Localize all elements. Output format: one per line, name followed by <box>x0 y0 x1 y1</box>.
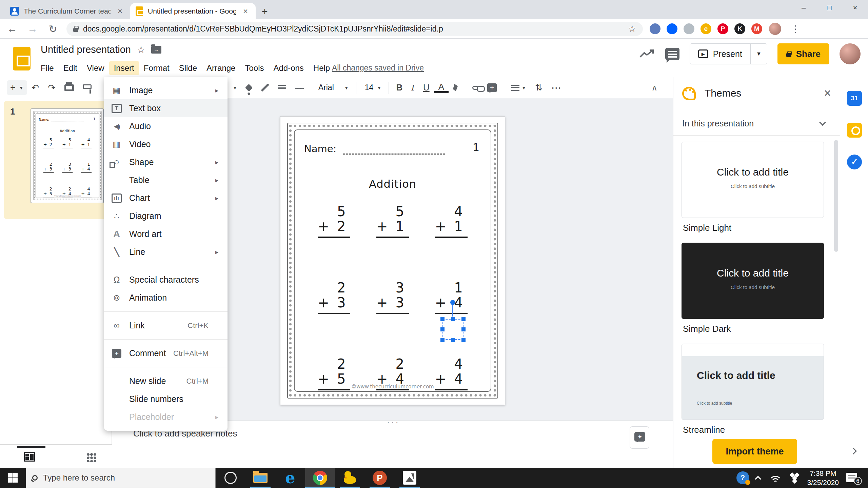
browser-profile-avatar[interactable] <box>769 23 781 35</box>
resize-handle[interactable] <box>440 338 445 342</box>
notes-resize-handle[interactable]: ··· <box>387 417 400 427</box>
keep-icon[interactable] <box>847 123 862 138</box>
menu-bar-item[interactable]: Insert <box>109 61 139 75</box>
extension-icon[interactable]: e <box>701 23 711 34</box>
paint-format-icon[interactable] <box>78 86 96 89</box>
addition-problem[interactable]: 4 +1 <box>435 204 468 245</box>
addition-problem[interactable]: 5 +1 <box>376 204 409 245</box>
move-to-folder-icon[interactable] <box>151 46 161 54</box>
present-dropdown-icon[interactable]: ▼ <box>750 44 767 64</box>
insert-menu-item[interactable]: ılı Chart ▸ <box>104 189 228 207</box>
save-status-link[interactable]: All changes saved in Drive <box>332 63 424 73</box>
resize-handle[interactable] <box>461 317 466 321</box>
import-theme-button[interactable]: Import theme <box>712 439 797 464</box>
underline-button[interactable]: U <box>419 82 434 93</box>
help-tray-icon[interactable]: ? <box>736 471 749 484</box>
italic-button[interactable]: I <box>407 83 419 93</box>
addition-problem[interactable]: 2 +3 <box>318 280 350 321</box>
taskbar-search-box[interactable]: Type here to search <box>26 468 216 488</box>
fill-color-icon[interactable] <box>242 85 256 90</box>
taskbar-clock[interactable]: 7:38 PM 3/25/2020 <box>807 469 839 487</box>
font-size-select[interactable]: 14▼ <box>359 83 386 92</box>
url-text[interactable]: docs.google.com/presentation/d/1CvReFSBb… <box>83 24 624 34</box>
menu-bar-item[interactable]: Tools <box>240 61 269 75</box>
insert-menu-item[interactable]: New slide Ctrl+M ▸ <box>104 372 228 390</box>
border-dash-icon[interactable] <box>291 86 308 89</box>
addition-problem[interactable]: 1 +4 <box>435 280 468 321</box>
close-themes-icon[interactable]: × <box>824 86 831 100</box>
extension-icon[interactable] <box>650 23 660 34</box>
border-weight-icon[interactable] <box>274 85 291 91</box>
powerpoint-button[interactable]: P <box>365 468 395 488</box>
photos-button[interactable] <box>395 468 425 488</box>
more-options-icon[interactable]: ⋯ <box>547 82 567 94</box>
start-button[interactable] <box>0 468 26 488</box>
highlight-color-icon[interactable] <box>449 84 462 92</box>
addition-problem[interactable]: 2 +4 <box>376 357 409 397</box>
addition-problem[interactable]: 4 +4 <box>81 186 92 200</box>
align-icon[interactable]: ▼ <box>507 85 531 91</box>
insert-menu-item[interactable]: ▦ Image ▸ <box>104 81 228 99</box>
insert-menu-item[interactable]: Placeholder ▸ <box>104 408 228 426</box>
addition-problem[interactable]: 4 +1 <box>81 137 92 150</box>
in-this-presentation-section[interactable]: In this presentation <box>673 111 840 136</box>
menu-bar-item[interactable]: Format <box>139 61 174 75</box>
insert-menu-item[interactable]: ∴ Diagram ▸ <box>104 207 228 225</box>
addition-problem[interactable]: 3 +3 <box>376 280 409 321</box>
insert-menu-item[interactable]: Table ▸ <box>104 171 228 189</box>
addition-problem[interactable]: 2 +5 <box>43 186 54 200</box>
user-avatar[interactable] <box>840 43 861 64</box>
wifi-icon[interactable] <box>769 472 782 483</box>
extension-icon[interactable] <box>684 23 694 34</box>
rotation-handle[interactable] <box>450 300 455 305</box>
extension-icon[interactable]: K <box>734 23 745 34</box>
redo-icon[interactable]: ↷ <box>43 82 60 93</box>
reload-icon[interactable]: ↻ <box>46 23 60 35</box>
extension-icon[interactable]: M <box>751 23 762 34</box>
collapse-side-rail-icon[interactable] <box>850 448 857 454</box>
addition-problem[interactable]: 1 +4 <box>81 162 92 175</box>
resize-handle[interactable] <box>461 327 466 332</box>
menu-bar-item[interactable]: Arrange <box>202 61 240 75</box>
activity-dashboard-icon[interactable] <box>639 49 655 59</box>
insert-menu-item[interactable]: T Text box ▸ <box>104 99 228 117</box>
insert-menu-item[interactable]: ▸ <box>104 367 228 367</box>
selected-text-box[interactable] <box>442 319 463 340</box>
resize-handle[interactable] <box>440 327 445 332</box>
themes-scrollbar[interactable] <box>834 140 838 252</box>
maximize-button[interactable]: □ <box>816 0 842 16</box>
menu-bar-item[interactable]: Add-ons <box>269 61 308 75</box>
comment-history-icon[interactable] <box>665 48 679 60</box>
line-spacing-icon[interactable]: ⇅ <box>531 82 547 93</box>
insert-menu-item[interactable]: ▸ <box>104 266 228 266</box>
text-color-button[interactable]: A <box>434 82 449 93</box>
explore-button[interactable]: ✦ <box>630 426 649 449</box>
document-title[interactable]: Untitled presentation <box>41 44 131 55</box>
grid-view-icon[interactable] <box>86 453 97 462</box>
cortana-button[interactable] <box>216 468 245 488</box>
slide-thumbnail-row[interactable]: 1 Name: 1 Addition 5 +2 <box>4 101 108 219</box>
cyberduck-button[interactable] <box>335 468 365 488</box>
new-slide-button[interactable]: +▼ <box>7 80 27 95</box>
notification-center-icon[interactable]: 6 <box>846 472 860 484</box>
tray-overflow-icon[interactable] <box>755 476 761 482</box>
border-color-icon[interactable] <box>256 87 274 89</box>
chevron-down-icon[interactable] <box>819 119 826 126</box>
addition-problem[interactable]: 5 +1 <box>62 137 73 150</box>
addition-problem[interactable]: 4 +4 <box>435 357 468 397</box>
add-comment-icon[interactable]: + <box>483 83 501 92</box>
present-button[interactable]: ▶ Present ▼ <box>690 43 767 64</box>
bookmark-star-icon[interactable]: ☆ <box>628 24 636 34</box>
google-slides-logo[interactable] <box>13 47 31 70</box>
resize-handle[interactable] <box>451 338 455 342</box>
menu-bar-item[interactable]: Slide <box>174 61 202 75</box>
insert-menu-item[interactable]: ▥ Video ▸ <box>104 135 228 153</box>
insert-menu-item[interactable]: ▸ <box>104 311 228 312</box>
tasks-icon[interactable]: ✓ <box>847 155 862 169</box>
insert-menu-item[interactable]: ▸ <box>104 339 228 340</box>
back-icon[interactable]: ← <box>5 23 19 35</box>
theme-preview-card[interactable]: Click to add title Click to add subtitle <box>682 243 824 319</box>
edge-button[interactable]: e <box>275 468 305 488</box>
insert-menu-item[interactable]: Slide numbers ▸ <box>104 390 228 408</box>
resize-handle[interactable] <box>461 338 466 342</box>
